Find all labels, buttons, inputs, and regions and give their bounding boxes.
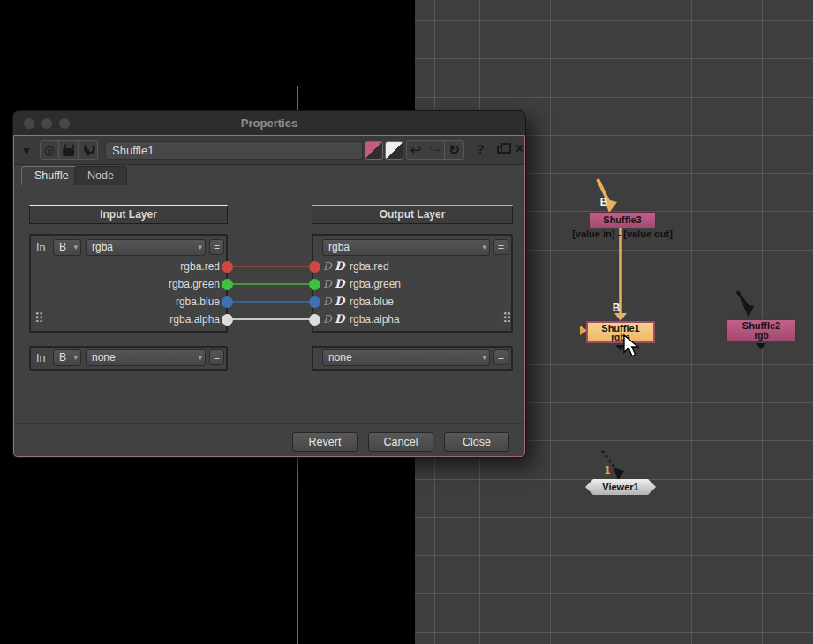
node-shuffle1[interactable]: Shuffle1 rgba (586, 321, 655, 343)
output-channel-dot[interactable] (309, 296, 320, 308)
close-panel-button[interactable]: ✕ (515, 142, 524, 155)
tab-node[interactable]: Node (74, 166, 127, 185)
output-channel-dot[interactable] (309, 279, 320, 290)
wire-into-viewer1[interactable] (602, 451, 618, 472)
chevron-down-icon: ▾ (198, 240, 202, 255)
output-channel-label: rgba.green (350, 276, 401, 292)
edge-label-b-top: B (600, 196, 608, 208)
chevron-down-icon: ▾ (198, 350, 202, 365)
gl-color-swatch[interactable] (385, 141, 403, 160)
node-toolbar: ▼ ◎ ↩ ↪ ↻ ? ✕ (14, 136, 524, 165)
input-b-dropdown-row1[interactable]: B▾ (53, 239, 81, 256)
background-window-top-edge (0, 86, 298, 86)
panel-menu-caret-icon[interactable]: ▼ (21, 145, 32, 157)
output-panel-drag-handle[interactable] (502, 311, 510, 322)
channel-off-icon[interactable]: D (323, 276, 334, 292)
node-viewer1[interactable]: Viewer1 (585, 479, 656, 495)
wire-into-shuffle3[interactable] (598, 179, 609, 203)
shuffle1-output-triangle (615, 345, 626, 351)
input-equals-button-row2[interactable]: = (209, 349, 224, 365)
properties-window: Properties ▼ ◎ ↩ ↪ ↻ ? ✕ Shuffle Node In… (12, 110, 526, 458)
properties-content: ▼ ◎ ↩ ↪ ↻ ? ✕ Shuffle Node Input Layer O… (13, 135, 525, 457)
node-shuffle2-channels: rgb (727, 332, 795, 341)
cancel-button[interactable]: Cancel (368, 432, 433, 452)
node-color-swatch[interactable] (365, 141, 383, 160)
help-button[interactable]: ? (477, 142, 485, 156)
revert-changes-button[interactable]: ↻ (445, 140, 464, 160)
input-channel-label: rgba.alpha (29, 311, 220, 327)
footer-divider (14, 423, 524, 424)
input-channel-label: rgba.red (29, 258, 220, 274)
wire-into-shuffle2[interactable] (737, 291, 749, 308)
edge-label-b-mid: B (613, 302, 621, 314)
output-channel-dot[interactable] (309, 261, 320, 273)
chevron-down-icon: ▾ (73, 350, 78, 365)
output-equals-button-row1[interactable]: = (493, 239, 508, 255)
monitor-output-button[interactable] (59, 140, 79, 160)
node-shuffle3-sublabel: [value in] - [value out] (549, 228, 696, 239)
input-channel-label: rgba.green (29, 276, 220, 292)
input-channel-dot[interactable] (222, 314, 233, 326)
edge-label-viewer-input: 1 (605, 464, 611, 476)
input-channel-label: rgba.blue (29, 294, 220, 310)
channel-off-icon[interactable]: D (323, 294, 334, 310)
channel-off-icon[interactable]: D (323, 311, 334, 327)
center-node-button[interactable]: ◎ (40, 140, 59, 160)
shuffle2-output-triangle (756, 343, 766, 349)
chevron-down-icon: ▾ (482, 350, 486, 365)
channel-default-icon[interactable]: D (335, 294, 346, 310)
in-label-row1: In (36, 242, 45, 254)
wire-arrowhead-shuffle1 (614, 313, 627, 321)
channel-default-icon[interactable]: D (335, 311, 346, 327)
output-channel-label: rgba.red (350, 258, 389, 274)
center-icon: ◎ (44, 144, 55, 156)
wire-arrowhead-viewer1 (614, 468, 624, 481)
output-channel-label: rgba.alpha (350, 311, 400, 327)
node-shuffle2-label: Shuffle2 (727, 321, 795, 332)
output-layer-header: Output Layer (312, 205, 513, 224)
input-b-dropdown-row2[interactable]: B▾ (53, 349, 81, 366)
input-channel-dot[interactable] (222, 279, 233, 290)
input-equals-button-row1[interactable]: = (209, 239, 224, 255)
node-shuffle3-label: Shuffle3 (603, 214, 641, 225)
wire-arrowhead-shuffle3 (604, 198, 617, 213)
wrench-icon (82, 143, 94, 157)
chevron-down-icon: ▾ (73, 240, 78, 255)
input-layer-dropdown-row1[interactable]: rgba▾ (86, 239, 206, 256)
input-channel-dot[interactable] (222, 261, 233, 273)
undo-button[interactable]: ↩ (406, 140, 425, 160)
input-panel-drag-handle[interactable] (34, 311, 42, 322)
channel-default-icon[interactable]: D (335, 276, 346, 292)
node-shuffle3[interactable]: Shuffle3 (589, 212, 656, 228)
channel-off-icon[interactable]: D (323, 258, 334, 274)
output-channel-label: rgba.blue (350, 294, 394, 310)
wire-arrowhead-shuffle2 (742, 303, 754, 318)
float-panel-icon[interactable] (497, 146, 505, 154)
output-layer-dropdown-row1[interactable]: rgba▾ (322, 239, 490, 256)
channel-link-line (227, 318, 314, 320)
chevron-down-icon: ▾ (482, 240, 486, 255)
tv-icon (63, 148, 74, 156)
output-layer-dropdown-row2[interactable]: none▾ (322, 349, 490, 366)
titlebar[interactable]: Properties (13, 111, 525, 135)
channel-link-line (227, 266, 314, 267)
output-equals-button-row2[interactable]: = (493, 349, 508, 365)
channel-link-line (227, 301, 314, 303)
channel-link-line (227, 283, 314, 285)
node-shuffle2[interactable]: Shuffle2 rgb (726, 319, 796, 341)
window-title: Properties (13, 111, 525, 135)
node-name-input[interactable] (105, 141, 363, 160)
tab-shuffle[interactable]: Shuffle (21, 166, 82, 185)
input-layer-header: Input Layer (29, 205, 228, 224)
settings-button[interactable] (79, 140, 98, 160)
close-button[interactable]: Close (444, 432, 509, 452)
node-shuffle1-channels: rgba (588, 333, 653, 342)
channel-default-icon[interactable]: D (335, 258, 346, 274)
output-channel-dot[interactable] (309, 314, 320, 326)
input-channel-dot[interactable] (222, 296, 233, 308)
in-label-row2: In (36, 352, 45, 364)
input-layer-dropdown-row2[interactable]: none▾ (86, 349, 206, 366)
node-viewer1-label: Viewer1 (602, 482, 638, 492)
revert-button[interactable]: Revert (292, 432, 358, 452)
redo-button[interactable]: ↪ (425, 140, 445, 160)
